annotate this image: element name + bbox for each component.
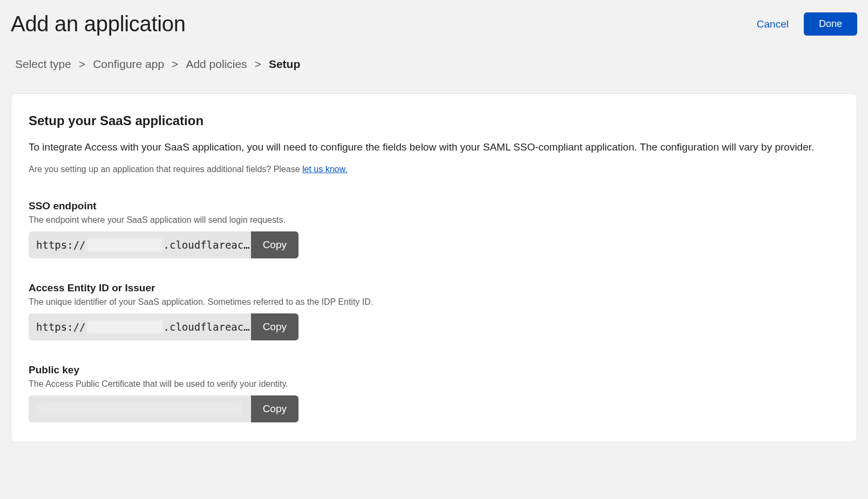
- field-sso-endpoint: SSO endpoint The endpoint where your Saa…: [29, 200, 839, 258]
- copy-button[interactable]: Copy: [251, 313, 299, 340]
- value-prefix: https://: [36, 239, 86, 251]
- field-desc: The unique identifier of your SaaS appli…: [29, 297, 839, 307]
- breadcrumb-step-setup: Setup: [269, 58, 300, 71]
- card-title: Setup your SaaS application: [29, 113, 839, 128]
- value-prefix: https://: [36, 321, 86, 333]
- field-access-entity-id: Access Entity ID or Issuer The unique id…: [29, 282, 839, 340]
- field-row: https://.cloudflareac… Copy: [29, 231, 299, 258]
- cancel-link[interactable]: Cancel: [757, 18, 789, 30]
- breadcrumb-separator: >: [255, 58, 261, 71]
- field-public-key: Public key The Access Public Certificate…: [29, 364, 839, 422]
- field-row: Copy: [29, 395, 299, 422]
- field-label: Public key: [29, 364, 839, 376]
- done-button[interactable]: Done: [804, 12, 857, 36]
- card-subintro: Are you setting up an application that r…: [29, 165, 839, 174]
- field-label: SSO endpoint: [29, 200, 839, 212]
- field-label: Access Entity ID or Issuer: [29, 282, 839, 294]
- copy-button[interactable]: Copy: [251, 231, 299, 258]
- redacted-segment: [87, 320, 162, 333]
- access-entity-id-value: https://.cloudflareac…: [29, 313, 251, 340]
- breadcrumb-step-add-policies[interactable]: Add policies: [186, 58, 247, 71]
- value-suffix: .cloudflareac…: [164, 239, 250, 251]
- breadcrumb-separator: >: [172, 58, 178, 71]
- setup-card: Setup your SaaS application To integrate…: [11, 93, 857, 442]
- breadcrumb: Select type > Configure app > Add polici…: [15, 58, 857, 71]
- breadcrumb-step-configure-app[interactable]: Configure app: [93, 58, 164, 71]
- page-header: Add an application Cancel Done: [11, 12, 857, 36]
- value-suffix: .cloudflareac…: [164, 321, 250, 333]
- card-intro: To integrate Access with your SaaS appli…: [29, 140, 839, 155]
- page-title: Add an application: [11, 12, 186, 36]
- field-row: https://.cloudflareac… Copy: [29, 313, 299, 340]
- public-key-value: [29, 395, 251, 422]
- card-subintro-text: Are you setting up an application that r…: [29, 165, 302, 174]
- copy-button[interactable]: Copy: [251, 395, 299, 422]
- breadcrumb-separator: >: [79, 58, 85, 71]
- field-desc: The endpoint where your SaaS application…: [29, 215, 839, 225]
- let-us-know-link[interactable]: let us know.: [302, 165, 348, 174]
- redacted-segment: [87, 238, 162, 251]
- breadcrumb-step-select-type[interactable]: Select type: [15, 58, 71, 71]
- redacted-segment: [36, 402, 241, 415]
- sso-endpoint-value: https://.cloudflareac…: [29, 231, 251, 258]
- header-actions: Cancel Done: [757, 12, 857, 36]
- field-desc: The Access Public Certificate that will …: [29, 379, 839, 389]
